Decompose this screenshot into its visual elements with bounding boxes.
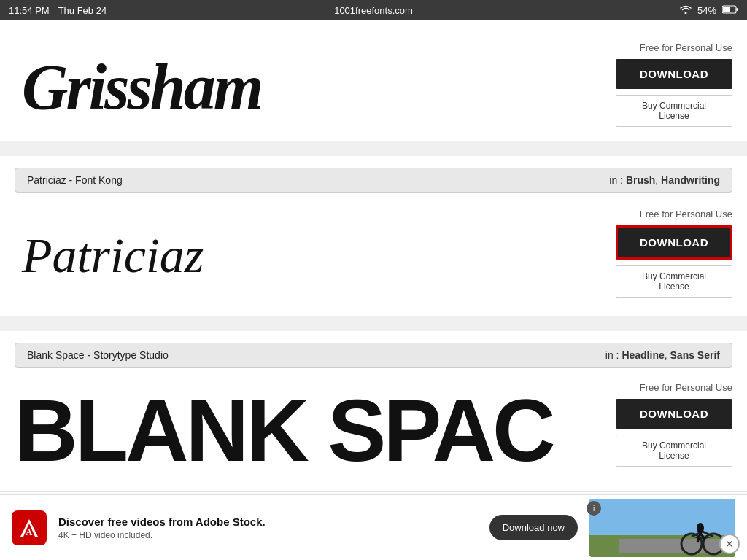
blankspace-font-name: Blank Space - Storytype Studio — [27, 349, 169, 361]
svg-rect-2 — [737, 8, 738, 11]
url-bar[interactable]: 1001freefonts.com — [334, 5, 413, 16]
divider-1 — [0, 141, 747, 156]
font-card-blankspace: Blank Space - Storytype Studio in : Head… — [0, 331, 747, 491]
grissham-preview: Grissham — [15, 43, 616, 126]
patriciaz-header: Patriciaz - Font Kong in : Brush, Handwr… — [15, 168, 732, 192]
adobe-logo: A — [12, 510, 47, 545]
patriciaz-svg: Patriciaz — [15, 215, 219, 288]
blankspace-preview: BLANK SPAC — [15, 382, 608, 472]
wifi-icon — [680, 5, 692, 16]
grissham-svg: Grissham — [15, 43, 306, 123]
ad-download-button[interactable]: Download now — [489, 515, 578, 540]
svg-rect-1 — [723, 7, 730, 12]
patriciaz-font-name: Patriciaz - Font Kong — [27, 174, 123, 186]
blankspace-actions: Free for Personal Use DOWNLOAD Buy Comme… — [616, 382, 732, 467]
patriciaz-actions: Free for Personal Use DOWNLOAD Buy Comme… — [616, 209, 732, 298]
svg-rect-11 — [619, 539, 735, 553]
ad-info-badge: i — [587, 501, 601, 516]
divider-2 — [0, 316, 747, 331]
status-time: 11:54 PM — [9, 5, 50, 16]
ad-image — [589, 499, 735, 557]
blankspace-download-button[interactable]: DOWNLOAD — [616, 399, 732, 429]
blankspace-header: Blank Space - Storytype Studio in : Head… — [15, 343, 732, 368]
svg-text:BLANK SPAC: BLANK SPAC — [15, 382, 554, 470]
ad-banner: A Discover free videos from Adobe Stock.… — [0, 494, 747, 560]
status-bar: 11:54 PM Thu Feb 24 1001freefonts.com 54… — [0, 0, 747, 20]
patriciaz-font-category: in : Brush, Handwriting — [609, 174, 720, 186]
grissham-download-button[interactable]: DOWNLOAD — [616, 59, 732, 89]
blankspace-font-category: in : Headline, Sans Serif — [605, 349, 720, 361]
ad-title: Discover free videos from Adobe Stock. — [58, 515, 478, 529]
patriciaz-commercial-button[interactable]: Buy Commercial License — [616, 265, 732, 298]
grissham-actions: Free for Personal Use DOWNLOAD Buy Comme… — [616, 42, 732, 127]
svg-text:A: A — [26, 526, 33, 537]
svg-text:Patriciaz: Patriciaz — [21, 228, 204, 283]
ad-subtitle: 4K + HD video included. — [58, 530, 478, 540]
svg-text:Grissham: Grissham — [22, 52, 261, 122]
battery-level: 54% — [697, 5, 716, 16]
blankspace-svg: BLANK SPAC — [15, 382, 608, 470]
main-content: Grissham Free for Personal Use DOWNLOAD … — [0, 20, 747, 540]
grissham-commercial-button[interactable]: Buy Commercial License — [616, 95, 732, 127]
font-card-grissham: Grissham Free for Personal Use DOWNLOAD … — [0, 20, 747, 141]
patriciaz-license: Free for Personal Use — [640, 209, 732, 219]
battery-icon — [722, 5, 738, 16]
grissham-license: Free for Personal Use — [640, 42, 732, 53]
blankspace-license: Free for Personal Use — [640, 382, 732, 393]
patriciaz-preview: Patriciaz — [15, 215, 616, 291]
font-card-patriciaz: Patriciaz - Font Kong in : Brush, Handwr… — [0, 156, 747, 316]
svg-point-14 — [697, 523, 704, 533]
ad-close-button[interactable]: ✕ — [719, 534, 740, 554]
status-date: Thu Feb 24 — [58, 5, 107, 16]
ad-text: Discover free videos from Adobe Stock. 4… — [58, 515, 478, 541]
blankspace-commercial-button[interactable]: Buy Commercial License — [616, 435, 732, 467]
patriciaz-download-button[interactable]: DOWNLOAD — [616, 225, 732, 260]
svg-rect-9 — [589, 499, 735, 535]
